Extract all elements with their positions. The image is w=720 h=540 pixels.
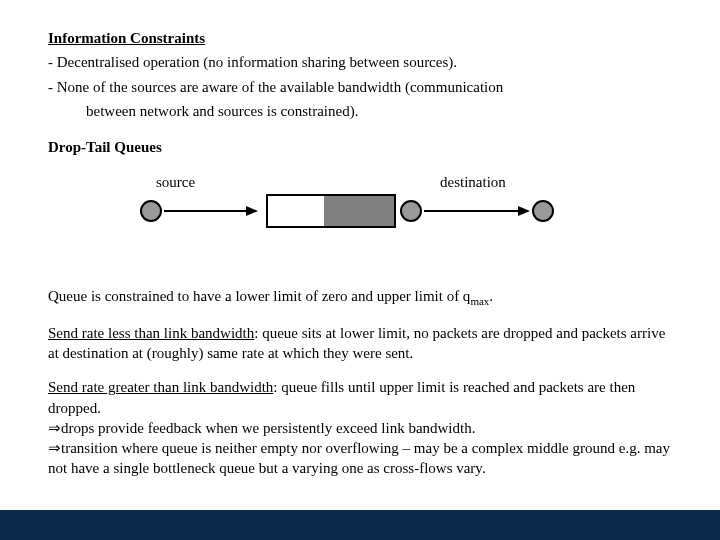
- queue-line-sub: max: [470, 295, 489, 307]
- queue-line-post: .: [489, 288, 493, 304]
- source-node-icon: [140, 200, 162, 222]
- label-source: source: [156, 174, 195, 191]
- arrow-head-icon: [246, 206, 258, 216]
- scenario-greater-title: Send rate greater than link bandwidth: [48, 379, 273, 395]
- scenario-less-title: Send rate less than link bandwidth: [48, 325, 254, 341]
- bullet-bandwidth-line2: between network and sources is constrain…: [48, 101, 672, 121]
- arrow-head-icon: [518, 206, 530, 216]
- heading-drop-tail: Drop-Tail Queues: [48, 139, 672, 156]
- bullet-decentralised: - Decentralised operation (no informatio…: [48, 52, 672, 72]
- arrow-to-destination: [424, 210, 518, 212]
- bullet-bandwidth-line1: - None of the sources are aware of the a…: [48, 77, 672, 97]
- heading-info-constraints: Information Constraints: [48, 30, 205, 46]
- implication-drops: ⇒drops provide feedback when we persiste…: [48, 418, 672, 438]
- queue-constraint-text: Queue is constrained to have a lower lim…: [48, 286, 672, 309]
- arrow-to-queue: [164, 210, 246, 212]
- queue-output-node-icon: [400, 200, 422, 222]
- queue-fill: [324, 196, 394, 226]
- footer-bar: [0, 510, 720, 540]
- implication-transition: ⇒transition where queue is neither empty…: [48, 438, 672, 479]
- scenario-greater-block: Send rate greater than link bandwidth: q…: [48, 377, 672, 478]
- queue-line-pre: Queue is constrained to have a lower lim…: [48, 288, 470, 304]
- scenario-less-block: Send rate less than link bandwidth: queu…: [48, 323, 672, 364]
- destination-node-icon: [532, 200, 554, 222]
- queue-diagram: source destination: [48, 174, 672, 264]
- label-destination: destination: [440, 174, 506, 191]
